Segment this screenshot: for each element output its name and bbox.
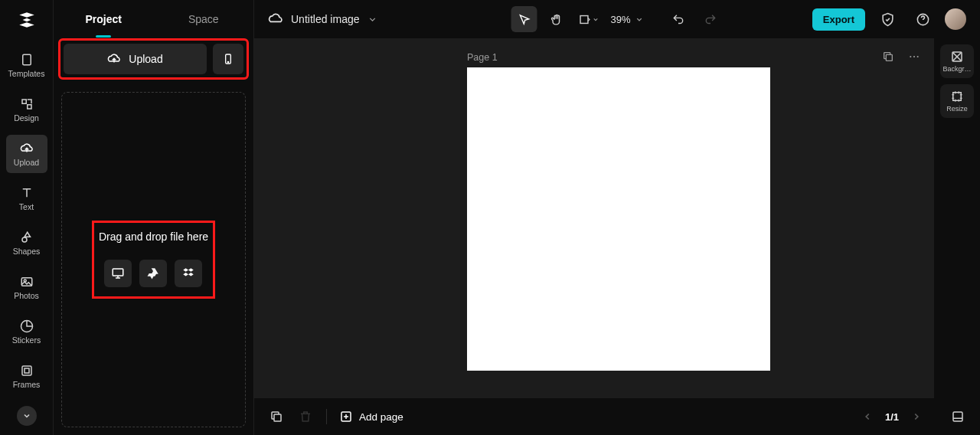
pager-text: 1/1 bbox=[885, 411, 899, 423]
tool-artboard-button[interactable] bbox=[575, 6, 601, 32]
tool-select-button[interactable] bbox=[511, 6, 537, 32]
upload-button[interactable]: Upload bbox=[64, 44, 207, 74]
right-rail: Backgr… Resize bbox=[940, 44, 974, 118]
app-logo[interactable] bbox=[15, 8, 39, 32]
add-page-button[interactable]: Add page bbox=[339, 410, 403, 424]
upload-button-label: Upload bbox=[129, 53, 162, 65]
cursor-icon bbox=[518, 13, 531, 26]
sidebar-item-templates[interactable]: Templates bbox=[6, 46, 47, 84]
stickers-icon bbox=[20, 319, 34, 333]
shapes-icon bbox=[20, 231, 34, 244]
photos-icon bbox=[20, 275, 34, 289]
background-button[interactable]: Backgr… bbox=[940, 44, 974, 78]
left-rail: Templates Design Upload Text Shapes Phot… bbox=[0, 0, 54, 435]
templates-icon bbox=[20, 53, 34, 67]
sidebar-item-upload[interactable]: Upload bbox=[6, 135, 47, 173]
undo-button[interactable] bbox=[665, 6, 691, 32]
bottombar-left: Add page bbox=[268, 408, 403, 425]
svg-rect-21 bbox=[953, 412, 962, 421]
pager-prev-button[interactable] bbox=[861, 410, 874, 424]
separator bbox=[326, 409, 327, 424]
side-panel: Project Space Upload Drag and drop file … bbox=[54, 0, 254, 435]
sidebar-item-label: Frames bbox=[13, 380, 41, 389]
tool-hand-button[interactable] bbox=[543, 6, 569, 32]
source-computer-button[interactable] bbox=[104, 260, 132, 287]
page-canvas[interactable] bbox=[467, 67, 770, 371]
export-button[interactable]: Export bbox=[812, 8, 865, 31]
svg-rect-7 bbox=[24, 368, 29, 373]
sidebar-item-shapes[interactable]: Shapes bbox=[6, 224, 47, 262]
shield-button[interactable] bbox=[874, 6, 900, 32]
svg-point-3 bbox=[22, 237, 27, 242]
help-button[interactable] bbox=[910, 6, 936, 32]
svg-rect-6 bbox=[22, 366, 31, 375]
sidebar-item-photos[interactable]: Photos bbox=[6, 268, 47, 306]
chevron-left-icon bbox=[862, 411, 873, 422]
duplicate-icon bbox=[270, 410, 283, 424]
text-icon bbox=[20, 186, 34, 200]
page-tools bbox=[880, 49, 922, 64]
grid-view-button[interactable] bbox=[949, 408, 966, 425]
upload-mobile-button[interactable] bbox=[213, 44, 243, 74]
duplicate-page-button[interactable] bbox=[880, 49, 896, 64]
shield-icon bbox=[880, 12, 895, 27]
chevron-down-icon bbox=[635, 15, 644, 24]
duplicate-button[interactable] bbox=[268, 408, 285, 425]
tab-space[interactable]: Space bbox=[154, 2, 254, 37]
zoom-value: 39% bbox=[610, 14, 630, 25]
page-more-button[interactable] bbox=[906, 49, 922, 64]
grid-view-icon bbox=[951, 410, 965, 424]
svg-rect-11 bbox=[580, 15, 588, 23]
panel-tabs: Project Space bbox=[54, 0, 253, 38]
add-page-icon bbox=[339, 410, 353, 424]
sidebar-more-button[interactable] bbox=[17, 406, 37, 426]
cloud-icon bbox=[268, 11, 283, 27]
sidebar-item-label: Text bbox=[19, 202, 34, 211]
upload-icon bbox=[20, 142, 34, 155]
zoom-control[interactable]: 39% bbox=[607, 14, 646, 25]
chevron-down-icon bbox=[22, 411, 31, 420]
document-title[interactable]: Untitled image bbox=[268, 11, 377, 27]
resize-button[interactable]: Resize bbox=[940, 84, 974, 118]
redo-button[interactable] bbox=[697, 6, 724, 32]
help-icon bbox=[916, 12, 930, 27]
sidebar-item-frames[interactable]: Frames bbox=[6, 357, 47, 395]
sidebar-item-label: Templates bbox=[8, 69, 45, 78]
add-page-label: Add page bbox=[359, 411, 403, 423]
right-rail-label: Resize bbox=[946, 105, 968, 113]
sidebar-item-label: Stickers bbox=[12, 335, 41, 345]
sidebar-item-label: Design bbox=[14, 113, 39, 123]
svg-rect-0 bbox=[22, 54, 31, 65]
svg-rect-10 bbox=[113, 269, 124, 276]
dropzone-text: Drag and drop file here bbox=[99, 231, 208, 243]
account-avatar[interactable] bbox=[945, 8, 966, 30]
artboard-icon bbox=[577, 13, 590, 26]
resize-icon bbox=[950, 90, 964, 103]
cloud-upload-icon bbox=[107, 52, 121, 66]
tab-project[interactable]: Project bbox=[54, 2, 154, 37]
svg-point-14 bbox=[910, 56, 911, 57]
gdrive-icon bbox=[146, 267, 160, 280]
svg-rect-19 bbox=[274, 414, 281, 421]
pager-next-button[interactable] bbox=[910, 410, 923, 424]
sidebar-item-design[interactable]: Design bbox=[6, 90, 47, 129]
canvas-area[interactable]: Page 1 bbox=[254, 38, 934, 398]
topbar-right: Export bbox=[812, 6, 966, 32]
source-dropbox-button[interactable] bbox=[175, 260, 202, 287]
svg-point-9 bbox=[227, 61, 228, 62]
dropzone-source-row bbox=[99, 260, 208, 287]
trash-icon bbox=[299, 410, 312, 424]
sidebar-item-label: Photos bbox=[14, 291, 39, 300]
sidebar-item-text[interactable]: Text bbox=[6, 179, 47, 218]
mobile-icon bbox=[222, 53, 234, 65]
frames-icon bbox=[20, 364, 34, 378]
undo-icon bbox=[671, 13, 684, 26]
sidebar-item-label: Shapes bbox=[13, 247, 41, 256]
chevron-down-icon bbox=[368, 15, 377, 25]
sidebar-item-stickers[interactable]: Stickers bbox=[6, 312, 47, 351]
more-horizontal-icon bbox=[908, 51, 920, 63]
dropzone[interactable]: Drag and drop file here bbox=[61, 92, 246, 427]
source-gdrive-button[interactable] bbox=[139, 260, 167, 287]
svg-point-16 bbox=[917, 56, 919, 57]
chevron-right-icon bbox=[911, 411, 922, 422]
